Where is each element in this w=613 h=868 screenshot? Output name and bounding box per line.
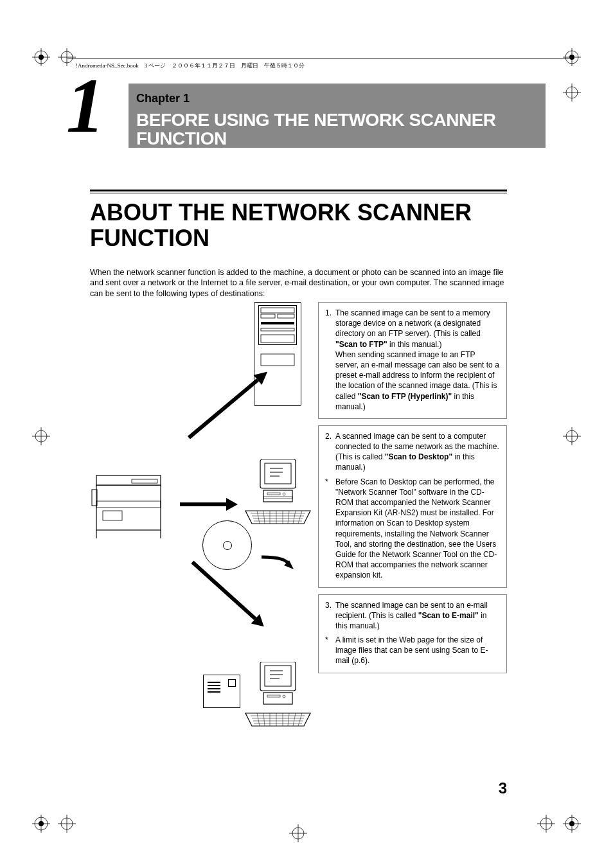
- crop-mark-icon: [563, 427, 581, 445]
- bold-term: "Scan to Desktop": [385, 452, 452, 461]
- crop-mark-icon: [32, 48, 50, 66]
- svg-rect-43: [261, 354, 294, 366]
- curved-arrow-icon: [258, 554, 297, 573]
- svg-line-93: [189, 380, 258, 438]
- server-icon: [254, 302, 301, 406]
- bold-term: "Scan to E-mail": [418, 611, 479, 620]
- item-number: 2.: [325, 431, 335, 473]
- crop-mark-icon: [289, 824, 307, 842]
- diagram: [90, 302, 312, 752]
- list-item: *A limit is set in the Web page for the …: [325, 635, 500, 666]
- item-text: Before Scan to Desktop can be performed,…: [335, 477, 500, 581]
- svg-marker-96: [226, 498, 238, 511]
- svg-rect-38: [261, 314, 275, 318]
- svg-rect-42: [261, 335, 294, 342]
- item-text: A scanned image can be sent to a compute…: [335, 431, 500, 473]
- crop-mark-icon: [563, 815, 581, 833]
- svg-rect-37: [261, 308, 294, 313]
- crop-header-text: !Andromeda-NS_Sec.book 3 ページ ２００６年１１月２７日…: [76, 62, 305, 70]
- copier-icon: [90, 463, 173, 546]
- svg-rect-39: [278, 314, 294, 318]
- list-item: 1.The scanned image can be sent to a mem…: [325, 308, 500, 412]
- crop-mark-icon: [537, 815, 555, 833]
- crop-mark-icon: [563, 48, 581, 66]
- list-item: 2.A scanned image can be sent to a compu…: [325, 431, 500, 473]
- svg-rect-49: [132, 479, 157, 483]
- chapter-header: Chapter 1 BEFORE USING THE NETWORK SCANN…: [67, 84, 546, 148]
- svg-rect-78: [263, 693, 292, 704]
- description-column: 1.The scanned image can be sent to a mem…: [318, 302, 507, 752]
- info-box: 2.A scanned image can be sent to a compu…: [318, 425, 507, 588]
- svg-rect-41: [261, 328, 294, 331]
- intro-paragraph: When the network scanner function is add…: [90, 267, 507, 299]
- item-number: 1.: [325, 308, 335, 412]
- list-item: 3.The scanned image can be sent to an e-…: [325, 600, 500, 632]
- section-title: ABOUT THE NETWORK SCANNER FUNCTION: [90, 200, 507, 251]
- svg-line-97: [192, 562, 255, 619]
- chapter-number: 1: [66, 67, 105, 145]
- item-number: *: [325, 635, 335, 666]
- crop-line: [67, 58, 574, 58]
- info-box: 3.The scanned image can be sent to an e-…: [318, 594, 507, 673]
- manual-page: !Andromeda-NS_Sec.book 3 ページ ２００６年１１月２７日…: [0, 0, 613, 868]
- desktop-pc-icon: [244, 662, 312, 745]
- item-text: The scanned image can be sent to a memor…: [335, 308, 500, 412]
- item-number: 3.: [325, 600, 335, 632]
- arrow-icon: [180, 498, 238, 511]
- crop-mark-icon: [32, 427, 50, 445]
- item-number: *: [325, 477, 335, 581]
- svg-rect-40: [261, 322, 294, 324]
- bold-term: "Scan to FTP (Hyperlink)": [358, 392, 452, 401]
- crop-mark-icon: [563, 84, 581, 102]
- page-number: 3: [499, 779, 507, 797]
- item-text: The scanned image can be sent to an e-ma…: [335, 600, 500, 632]
- section-heading: ABOUT THE NETWORK SCANNER FUNCTION: [90, 190, 507, 251]
- desktop-pc-icon: [244, 459, 312, 543]
- crop-mark-icon: [58, 815, 76, 833]
- crop-mark-icon: [32, 815, 50, 833]
- chapter-label: Chapter 1: [136, 93, 539, 104]
- svg-rect-74: [265, 666, 291, 686]
- svg-rect-57: [263, 490, 292, 502]
- list-item: *Before Scan to Desktop can be performed…: [325, 477, 500, 581]
- svg-rect-53: [265, 463, 291, 484]
- bold-term: "Scan to FTP": [335, 340, 387, 349]
- item-text: A limit is set in the Web page for the s…: [335, 635, 500, 666]
- fax-icon: [203, 675, 240, 708]
- info-box: 1.The scanned image can be sent to a mem…: [318, 302, 507, 419]
- chapter-title: BEFORE USING THE NETWORK SCANNER FUNCTIO…: [136, 111, 539, 148]
